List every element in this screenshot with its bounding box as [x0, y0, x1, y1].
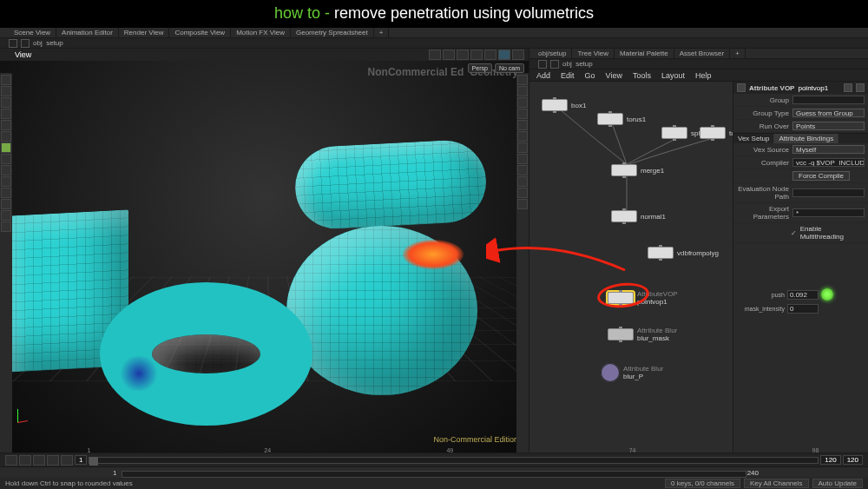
grouptype-dd[interactable]: Guess from Group [792, 109, 865, 117]
nm-go[interactable]: Go [585, 71, 595, 80]
rtab2[interactable]: Tree View [572, 49, 615, 58]
vrb4[interactable] [517, 109, 528, 119]
node-merge[interactable]: merge1 [611, 164, 664, 176]
exportparams-field[interactable]: * [792, 208, 865, 217]
node-torus[interactable]: torus1 [597, 113, 646, 125]
rpath-l2[interactable]: setup [575, 60, 593, 68]
subtab-vex[interactable]: Vex Setup [733, 134, 774, 143]
vrb1[interactable] [517, 75, 528, 85]
badge-persp[interactable]: Persp [468, 63, 492, 73]
vlb1[interactable] [1, 75, 11, 85]
nm-layout[interactable]: Layout [661, 71, 685, 80]
tab-render[interactable]: Render View [119, 28, 170, 37]
rtab4[interactable]: Asset Browser [674, 49, 731, 58]
evalpath-field[interactable] [792, 188, 865, 197]
node-vdb[interactable]: vdbfrompolyg [648, 247, 719, 259]
vlb11[interactable] [1, 188, 11, 198]
key-all-button[interactable]: Key All Channels [744, 479, 808, 488]
maskint-value[interactable]: 0 [787, 304, 819, 314]
vlb13[interactable] [1, 210, 11, 221]
nm-view[interactable]: View [606, 71, 622, 80]
vh-btn7[interactable] [512, 50, 524, 60]
back-icon[interactable] [9, 39, 17, 48]
push-slider-knob[interactable] [821, 288, 833, 301]
rfwd-icon[interactable] [550, 60, 559, 69]
vlb12[interactable] [1, 199, 11, 209]
vrb12[interactable] [517, 199, 528, 209]
subtab-attrbind[interactable]: Attribute Bindings [774, 134, 838, 143]
vrb10[interactable] [517, 176, 528, 187]
last-frame-button[interactable] [61, 455, 73, 466]
vh-btn4[interactable] [470, 50, 483, 60]
node-attrvop[interactable]: AttributeVOPpointvop1 [608, 290, 678, 306]
vlb9[interactable] [1, 165, 11, 175]
node-blurp[interactable]: Attribute Blurblur_P [601, 363, 663, 382]
vrb7[interactable] [517, 142, 528, 153]
tab-scene[interactable]: Scene View [9, 28, 56, 37]
fwd-icon[interactable] [21, 39, 30, 48]
multithread-check[interactable]: Enable Multithreading [800, 225, 865, 241]
vh-btn2[interactable] [443, 50, 455, 60]
vrb6[interactable] [517, 131, 528, 142]
rtab5[interactable]: + [730, 49, 746, 58]
vlb8[interactable] [1, 154, 11, 164]
node-normal[interactable]: normal1 [611, 210, 666, 222]
play-button[interactable] [33, 455, 45, 466]
tab-add[interactable]: + [374, 28, 390, 37]
vlb3[interactable] [1, 97, 11, 108]
frame-field[interactable]: 1 [75, 455, 87, 465]
vlb4[interactable] [1, 109, 11, 119]
rpath-l1[interactable]: obj [562, 60, 572, 68]
push-value[interactable]: 0.092 [787, 290, 819, 300]
vrb3[interactable] [517, 97, 528, 108]
badge-cam[interactable]: No cam [495, 63, 524, 73]
vlb2[interactable] [1, 86, 11, 96]
vlb5[interactable] [1, 120, 11, 130]
viewport-3d[interactable]: NonCommercial Ed Geometry Non-Commercial… [0, 61, 529, 453]
tab-geo[interactable]: Geometry Spreadsheet [291, 28, 374, 37]
gear-icon[interactable] [844, 83, 852, 92]
frame-handle[interactable] [89, 457, 98, 466]
tab-comp[interactable]: Composite View [169, 28, 231, 37]
help-icon[interactable] [856, 83, 865, 92]
node-box[interactable]: box1 [542, 99, 586, 111]
network-view[interactable]: box1 torus1 sphere1 tube merge1 normal1 … [529, 82, 733, 453]
auto-update-button[interactable]: Auto Update [812, 479, 863, 488]
force-compile-button[interactable]: Force Compile [792, 171, 850, 181]
end-frame-field[interactable]: 120 [820, 455, 840, 465]
runover-dd[interactable]: Points [792, 122, 865, 130]
node-blurmask[interactable]: Attribute Blurblur_mask [608, 327, 677, 342]
vlb10[interactable] [1, 176, 11, 187]
vrb2[interactable] [517, 86, 528, 96]
range-slider[interactable] [122, 471, 746, 478]
rtab1[interactable]: obj/setup [533, 49, 572, 58]
parm-name[interactable]: pointvop1 [798, 84, 828, 92]
next-frame-button[interactable] [47, 455, 59, 466]
vlb14[interactable] [1, 221, 11, 232]
path-l2[interactable]: setup [46, 39, 63, 47]
frame-slider[interactable] [89, 457, 819, 464]
tab-mfx[interactable]: Motion FX View [231, 28, 291, 37]
nm-add[interactable]: Add [536, 71, 550, 80]
vrb11[interactable] [517, 188, 528, 198]
vrb5[interactable] [517, 120, 528, 130]
path-l1[interactable]: obj [33, 39, 43, 47]
group-field[interactable] [792, 96, 865, 104]
vh-btn5[interactable] [484, 50, 496, 60]
vlb7[interactable] [1, 142, 11, 153]
first-frame-button[interactable] [5, 455, 17, 466]
prev-frame-button[interactable] [19, 455, 31, 466]
cur-frame-field[interactable]: 120 [843, 455, 863, 465]
vexsrc-dd[interactable]: Myself [792, 145, 865, 154]
node-tube[interactable]: tube [700, 127, 733, 139]
vlb6[interactable] [1, 131, 11, 142]
rtab3[interactable]: Material Palette [615, 49, 674, 58]
nm-tools[interactable]: Tools [633, 71, 651, 80]
vh-btn1[interactable] [429, 50, 441, 60]
nm-help[interactable]: Help [695, 71, 712, 80]
compiler-field[interactable]: vcc -q $VOP_INCLUDEPATH [792, 158, 865, 167]
rback-icon[interactable] [538, 60, 547, 69]
tab-anim[interactable]: Animation Editor [56, 28, 119, 37]
vrb9[interactable] [517, 165, 528, 175]
vrb8[interactable] [517, 154, 528, 164]
